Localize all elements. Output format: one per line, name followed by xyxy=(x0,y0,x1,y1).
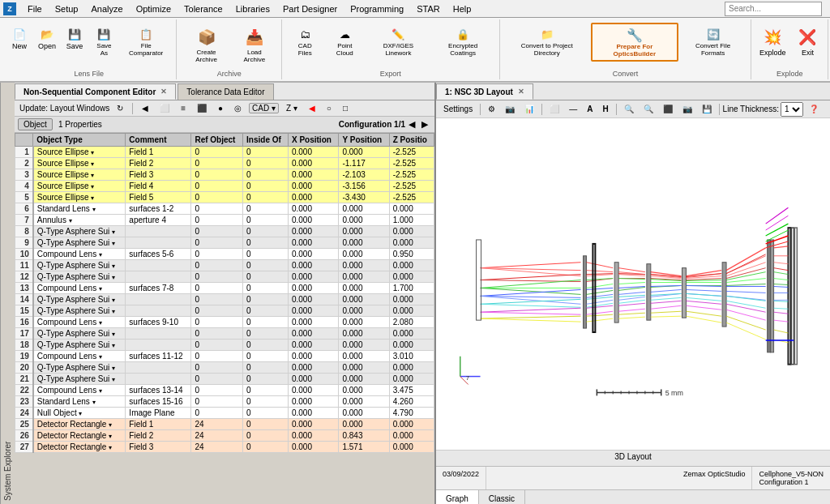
row-z[interactable]: 1.000 xyxy=(389,215,434,226)
row-inside[interactable]: 0 xyxy=(243,385,289,396)
row-ref[interactable]: 0 xyxy=(191,181,243,192)
rt-btn-4[interactable]: ⬜ xyxy=(545,103,563,115)
toolbar-btn-5[interactable]: ● xyxy=(214,102,227,114)
row-y[interactable]: -1.117 xyxy=(339,158,389,169)
row-x[interactable]: 0.000 xyxy=(288,328,338,340)
table-row[interactable]: 10 Compound Lens ▾ surfaces 5-6 0 0 0.00… xyxy=(15,249,434,260)
menu-part-designer[interactable]: Part Designer xyxy=(276,2,344,15)
row-inside[interactable]: 0 xyxy=(243,226,289,237)
row-y[interactable]: 0.000 xyxy=(339,226,389,237)
row-z[interactable]: 0.000 xyxy=(389,362,434,374)
row-z[interactable]: 0.000 xyxy=(389,237,434,249)
row-type[interactable]: Source Ellipse ▾ xyxy=(33,147,126,158)
row-z[interactable]: -2.525 xyxy=(389,158,434,169)
row-comment[interactable]: surfaces 5-6 xyxy=(126,249,191,260)
table-row[interactable]: 25 Detector Rectangle ▾ Field 1 24 0 0.0… xyxy=(15,419,434,430)
row-z[interactable]: 0.000 xyxy=(389,294,434,305)
row-y[interactable]: 0.843 xyxy=(339,430,389,442)
row-inside[interactable]: 0 xyxy=(243,396,289,408)
menu-programming[interactable]: Programming xyxy=(344,2,410,15)
row-y[interactable]: 0.000 xyxy=(339,351,389,362)
menu-help[interactable]: Help xyxy=(447,2,478,15)
update-btn[interactable]: ↻ xyxy=(113,102,127,114)
row-type[interactable]: Q-Type Asphere Sui ▾ xyxy=(33,362,126,374)
col-inside-of[interactable]: Inside Of xyxy=(243,134,289,147)
menu-libraries[interactable]: Libraries xyxy=(229,2,276,15)
z-btn[interactable]: Z ▾ xyxy=(282,102,302,114)
row-type[interactable]: Q-Type Asphere Sui ▾ xyxy=(33,374,126,385)
menu-setup[interactable]: Setup xyxy=(49,2,85,15)
table-row[interactable]: 27 Detector Rectangle ▾ Field 3 24 0 0.0… xyxy=(15,442,434,453)
row-y[interactable]: 0.000 xyxy=(339,385,389,396)
menu-optimize[interactable]: Optimize xyxy=(130,2,178,15)
row-y[interactable]: 0.000 xyxy=(339,147,389,158)
row-y[interactable]: 0.000 xyxy=(339,374,389,385)
rt-btn-zoom-in[interactable]: 🔍 xyxy=(620,103,638,115)
table-row[interactable]: 15 Q-Type Asphere Sui ▾ 0 0 0.000 0.000 … xyxy=(15,305,434,317)
table-row[interactable]: 21 Q-Type Asphere Sui ▾ 0 0 0.000 0.000 … xyxy=(15,374,434,385)
row-x[interactable]: 0.000 xyxy=(288,351,338,362)
row-ref[interactable]: 0 xyxy=(191,158,243,169)
row-type[interactable]: Compound Lens ▾ xyxy=(33,351,126,362)
row-inside[interactable]: 0 xyxy=(243,374,289,385)
row-comment[interactable] xyxy=(126,340,191,351)
row-x[interactable]: 0.000 xyxy=(288,271,338,283)
row-y[interactable]: 0.000 xyxy=(339,396,389,408)
row-ref[interactable]: 0 xyxy=(191,385,243,396)
row-comment[interactable]: Field 4 xyxy=(126,181,191,192)
exit-button[interactable]: ❌ Exit xyxy=(791,23,824,60)
row-z[interactable]: -2.525 xyxy=(389,169,434,181)
system-explorer-tab[interactable]: System Explorer xyxy=(0,83,15,504)
row-z[interactable]: -2.525 xyxy=(389,181,434,192)
row-x[interactable]: 0.000 xyxy=(288,215,338,226)
cad-files-button[interactable]: 🗂 CAD Files xyxy=(287,23,323,60)
obj-tab-properties[interactable]: 1 Properties xyxy=(53,118,108,130)
row-type[interactable]: Detector Rectangle ▾ xyxy=(33,419,126,430)
convert-project-dir-button[interactable]: 📁 Convert to Project Directory xyxy=(505,23,589,60)
table-row[interactable]: 2 Source Ellipse ▾ Field 2 0 0 0.000 -1.… xyxy=(15,158,434,169)
row-inside[interactable]: 0 xyxy=(243,215,289,226)
row-y[interactable]: 0.000 xyxy=(339,408,389,419)
row-inside[interactable]: 0 xyxy=(243,294,289,305)
row-type[interactable]: Standard Lens ▾ xyxy=(33,203,126,215)
row-z[interactable]: 3.010 xyxy=(389,351,434,362)
row-ref[interactable]: 24 xyxy=(191,442,243,453)
row-ref[interactable]: 0 xyxy=(191,192,243,203)
row-ref[interactable]: 0 xyxy=(191,351,243,362)
row-type[interactable]: Annulus ▾ xyxy=(33,215,126,226)
row-y[interactable]: 0.000 xyxy=(339,249,389,260)
table-row[interactable]: 4 Source Ellipse ▾ Field 4 0 0 0.000 -3.… xyxy=(15,181,434,192)
row-z[interactable]: -2.525 xyxy=(389,147,434,158)
col-comment[interactable]: Comment xyxy=(126,134,191,147)
rt-btn-fit[interactable]: ⬛ xyxy=(659,103,677,115)
row-type[interactable]: Source Ellipse ▾ xyxy=(33,158,126,169)
table-row[interactable]: 6 Standard Lens ▾ surfaces 1-2 0 0 0.000… xyxy=(15,203,434,215)
row-type[interactable]: Detector Rectangle ▾ xyxy=(33,430,126,442)
row-x[interactable]: 0.000 xyxy=(288,283,338,294)
row-type[interactable]: Source Ellipse ▾ xyxy=(33,192,126,203)
row-type[interactable]: Compound Lens ▾ xyxy=(33,317,126,328)
classic-tab[interactable]: Classic xyxy=(479,490,525,504)
row-z[interactable]: 0.000 xyxy=(389,430,434,442)
row-ref[interactable]: 0 xyxy=(191,226,243,237)
col-z-position[interactable]: Z Positio xyxy=(389,134,434,147)
row-y[interactable]: 0.000 xyxy=(339,328,389,340)
row-z[interactable]: 3.475 xyxy=(389,385,434,396)
row-comment[interactable]: Field 1 xyxy=(126,147,191,158)
row-type[interactable]: Compound Lens ▾ xyxy=(33,283,126,294)
row-inside[interactable]: 0 xyxy=(243,419,289,430)
row-inside[interactable]: 0 xyxy=(243,169,289,181)
rt-btn-zoom-out[interactable]: 🔍 xyxy=(640,103,657,115)
row-z[interactable]: 0.000 xyxy=(389,226,434,237)
row-y[interactable]: 0.000 xyxy=(339,419,389,430)
graph-tab[interactable]: Graph xyxy=(436,490,479,504)
row-y[interactable]: 0.000 xyxy=(339,215,389,226)
table-row[interactable]: 13 Compound Lens ▾ surfaces 7-8 0 0 0.00… xyxy=(15,283,434,294)
toolbar-btn-6[interactable]: ◎ xyxy=(230,102,246,114)
explode-button[interactable]: 💥 Explode xyxy=(755,23,790,60)
row-inside[interactable]: 0 xyxy=(243,317,289,328)
row-x[interactable]: 0.000 xyxy=(288,249,338,260)
row-z[interactable]: 0.000 xyxy=(389,419,434,430)
row-y[interactable]: 0.000 xyxy=(339,203,389,215)
col-object-type[interactable]: Object Type xyxy=(33,134,126,147)
